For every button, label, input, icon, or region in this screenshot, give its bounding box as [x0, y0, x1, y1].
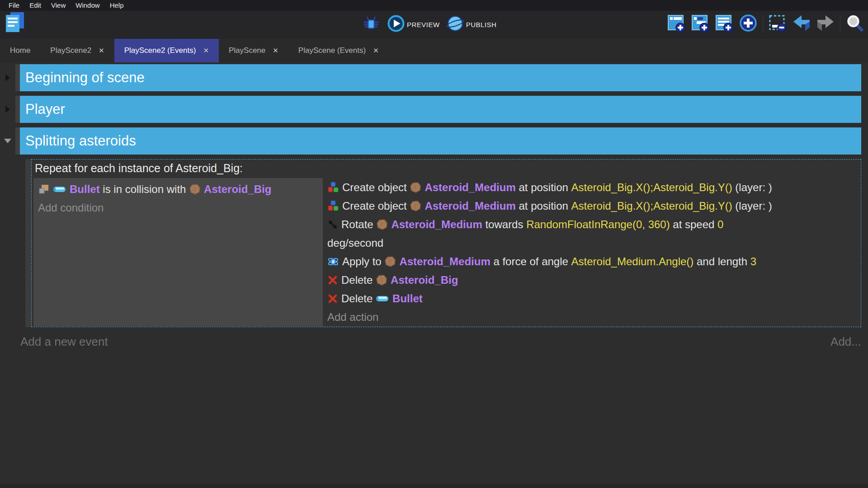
row-text: is in collision with	[100, 183, 189, 196]
tab[interactable]: PlayScene ✕	[219, 39, 288, 62]
add-condition-button[interactable]: Add condition	[38, 198, 319, 217]
tab[interactable]: PlayScene2 ✕	[40, 39, 114, 62]
bullet-icon	[53, 185, 66, 193]
debug-icon	[362, 14, 380, 34]
create-object-icon	[327, 200, 339, 212]
tab-label: PlayScene2 (Events)	[124, 46, 196, 55]
menu-bar: FileEditViewWindowHelp	[0, 0, 868, 11]
row-text: (layer: )	[732, 200, 772, 212]
event-drag-handle[interactable]	[25, 159, 31, 327]
row-text: Create object	[342, 181, 410, 194]
add-comment-icon	[715, 14, 734, 34]
tab-close-icon[interactable]: ✕	[203, 47, 209, 55]
preview-label: PREVIEW	[407, 21, 440, 28]
publish-label: PUBLISH	[466, 21, 497, 28]
add-circle-button[interactable]	[739, 14, 758, 33]
menu-item-file[interactable]: File	[4, 0, 24, 11]
event-drag-handle[interactable]	[15, 64, 20, 91]
expression: Asteroid_Medium.Angle()	[571, 255, 694, 268]
asteroid-icon	[189, 183, 201, 195]
tab-close-icon[interactable]: ✕	[373, 47, 379, 55]
row-text: at speed	[670, 218, 717, 231]
expression: 0	[717, 218, 723, 231]
tab-bar: Home PlayScene2 ✕ PlayScene2 (Events) ✕ …	[0, 39, 868, 62]
tab-close-icon[interactable]: ✕	[273, 47, 278, 55]
object-name: Asteroid_Medium	[399, 255, 490, 268]
repeat-event-header[interactable]: Repeat for each instance of Asteroid_Big…	[33, 160, 860, 178]
toolbar: PREVIEW PUBLISH	[0, 11, 868, 39]
add-action-button[interactable]: Add action	[327, 308, 860, 326]
add-subevent-button[interactable]	[691, 14, 710, 33]
row-text: a force of angle	[491, 255, 571, 268]
action-row[interactable]: Apply to Asteroid_Medium a force of angl…	[327, 252, 860, 271]
redo-icon	[816, 14, 835, 34]
toolbar-separator	[763, 15, 763, 33]
add-comment-button[interactable]	[715, 14, 734, 33]
menu-item-help[interactable]: Help	[105, 0, 129, 11]
object-name: Asteroid_Medium	[391, 218, 482, 231]
publish-button[interactable]: PUBLISH	[446, 14, 497, 34]
row-text: Rotate	[341, 218, 376, 231]
menu-item-edit[interactable]: Edit	[24, 0, 46, 11]
tab-label: PlayScene	[229, 46, 265, 55]
add-more-button[interactable]: Add...	[830, 335, 861, 349]
condition-row[interactable]: Bullet is in collision with Asteroid_Big	[38, 180, 319, 198]
rotate-icon	[327, 219, 338, 230]
object-name: Asteroid_Big	[391, 274, 458, 286]
search-button[interactable]	[845, 14, 864, 33]
event-group-title: Splitting asteroids	[20, 133, 136, 149]
object-name: Asteroid_Medium	[425, 200, 515, 212]
add-circle-icon	[739, 14, 758, 34]
project-manager-button[interactable]	[5, 14, 24, 33]
publish-globe-icon	[446, 14, 464, 34]
object-name: Asteroid_Big	[204, 183, 271, 196]
action-row[interactable]: Rotate Asteroid_Medium towards RandomFlo…	[327, 215, 860, 234]
action-row[interactable]: Create object Asteroid_Medium at positio…	[327, 197, 860, 215]
action-row[interactable]: deg/second	[327, 234, 860, 252]
event-group-header[interactable]: Player	[20, 96, 861, 123]
event-group-toggle[interactable]	[0, 127, 15, 155]
action-row[interactable]: Delete Asteroid_Big	[327, 271, 860, 289]
undo-button[interactable]	[792, 14, 811, 33]
toolbar-right	[667, 14, 864, 33]
event-drag-handle[interactable]	[15, 127, 20, 155]
add-new-event-button[interactable]: Add a new event	[20, 335, 108, 349]
create-object-icon	[327, 182, 339, 193]
add-event-button[interactable]	[667, 14, 686, 33]
horizontal-scrollbar[interactable]	[0, 484, 868, 488]
asteroid-icon	[376, 274, 387, 286]
event-drag-handle[interactable]	[15, 96, 20, 123]
tab[interactable]: Home	[0, 39, 40, 62]
event-group-header[interactable]: Splitting asteroids	[20, 127, 861, 155]
add-subevent-icon	[691, 14, 710, 34]
menu-item-window[interactable]: Window	[71, 0, 104, 11]
tab[interactable]: PlayScene (Events) ✕	[288, 39, 389, 62]
row-text: towards	[482, 218, 526, 231]
redo-button[interactable]	[816, 14, 835, 33]
object-name: Bullet	[70, 183, 100, 196]
debug-button[interactable]	[362, 15, 381, 34]
row-text: Delete	[341, 274, 376, 286]
tab-label: PlayScene2	[50, 46, 91, 55]
search-icon	[846, 14, 864, 34]
row-text: (layer: )	[732, 181, 772, 194]
preview-button[interactable]: PREVIEW	[387, 14, 440, 34]
asteroid-icon	[384, 256, 396, 267]
conditions-panel: Bullet is in collision with Asteroid_Big…	[33, 178, 323, 326]
event-group-toggle[interactable]	[0, 96, 15, 123]
expression: RandomFloatInRange(0, 360)	[526, 218, 670, 231]
event-group-header[interactable]: Beginning of scene	[20, 64, 861, 91]
undo-icon	[792, 14, 811, 34]
repeat-event-body[interactable]: Repeat for each instance of Asteroid_Big…	[31, 159, 861, 327]
tab-close-icon[interactable]: ✕	[99, 47, 104, 55]
bullet-icon	[376, 295, 389, 302]
events-sheet: Beginning of scene Player Splitting aste…	[0, 62, 868, 484]
menu-item-view[interactable]: View	[46, 0, 71, 11]
action-row[interactable]: Create object Asteroid_Medium at positio…	[327, 178, 860, 197]
row-text: deg/second	[327, 237, 383, 249]
event-group-toggle[interactable]	[0, 64, 15, 91]
action-row[interactable]: Delete Bullet	[327, 289, 860, 308]
row-text: and length	[693, 255, 750, 268]
choose-event-button[interactable]	[768, 14, 787, 33]
tab[interactable]: PlayScene2 (Events) ✕	[114, 39, 219, 62]
